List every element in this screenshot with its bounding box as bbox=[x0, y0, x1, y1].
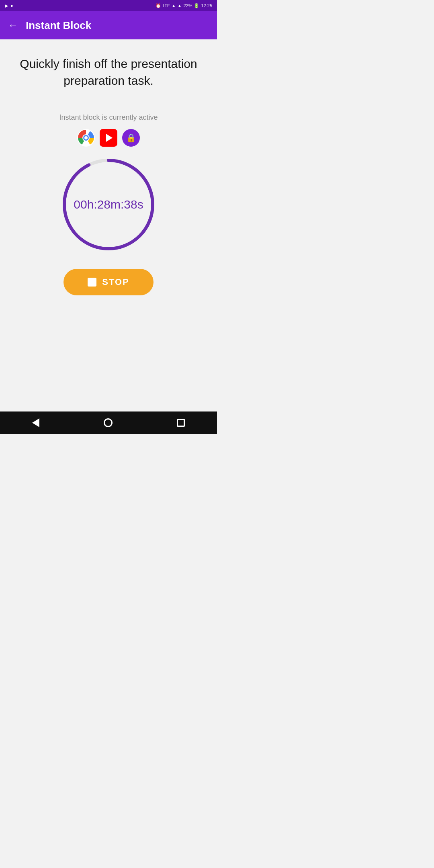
status-label: Instant block is currently active bbox=[59, 113, 158, 122]
stop-icon bbox=[88, 278, 96, 287]
headline-text: Quickly finish off the presentation prep… bbox=[12, 55, 205, 89]
chrome-app-icon bbox=[77, 129, 95, 147]
status-bar-left: ▶ ● bbox=[5, 3, 13, 8]
recents-nav-icon bbox=[177, 419, 185, 427]
sim-icon: ▶ bbox=[5, 3, 8, 8]
page-title: Instant Block bbox=[26, 19, 91, 32]
lock-icon: 🔒 bbox=[126, 133, 136, 143]
blocker-app-icon: 🔒 bbox=[122, 129, 140, 147]
signal-bars2-icon: ▲ bbox=[178, 3, 182, 8]
dots-icon: ● bbox=[10, 3, 13, 8]
stop-label: STOP bbox=[102, 277, 129, 287]
app-bar: ← Instant Block bbox=[0, 11, 217, 39]
battery-icon: 🔋 bbox=[194, 3, 199, 8]
time-display: 12:25 bbox=[201, 3, 212, 8]
yt-play-icon bbox=[106, 134, 113, 142]
main-content: Quickly finish off the presentation prep… bbox=[0, 39, 217, 411]
home-nav-button[interactable] bbox=[104, 418, 113, 427]
youtube-app-icon bbox=[100, 129, 117, 147]
bottom-nav bbox=[0, 411, 217, 434]
status-bar: ▶ ● ⏰ LTE ▲ ▲ 22% 🔋 12:25 bbox=[0, 0, 217, 11]
svg-point-3 bbox=[84, 136, 88, 139]
home-nav-icon bbox=[104, 418, 113, 427]
status-bar-right: ⏰ LTE ▲ ▲ 22% 🔋 12:25 bbox=[156, 3, 212, 8]
battery-percent: 22% bbox=[183, 3, 192, 8]
recents-nav-button[interactable] bbox=[177, 419, 185, 427]
stop-button[interactable]: STOP bbox=[63, 269, 154, 295]
back-nav-button[interactable] bbox=[32, 418, 39, 427]
back-button[interactable]: ← bbox=[8, 20, 18, 31]
lte-text: LTE bbox=[163, 4, 170, 8]
back-nav-icon bbox=[32, 418, 39, 427]
timer-container: 00h:28m:38s bbox=[60, 156, 157, 253]
alarm-icon: ⏰ bbox=[156, 3, 161, 8]
signal-bars-icon: ▲ bbox=[172, 3, 176, 8]
timer-display: 00h:28m:38s bbox=[74, 198, 143, 211]
blocked-apps-row: 🔒 bbox=[77, 129, 140, 147]
